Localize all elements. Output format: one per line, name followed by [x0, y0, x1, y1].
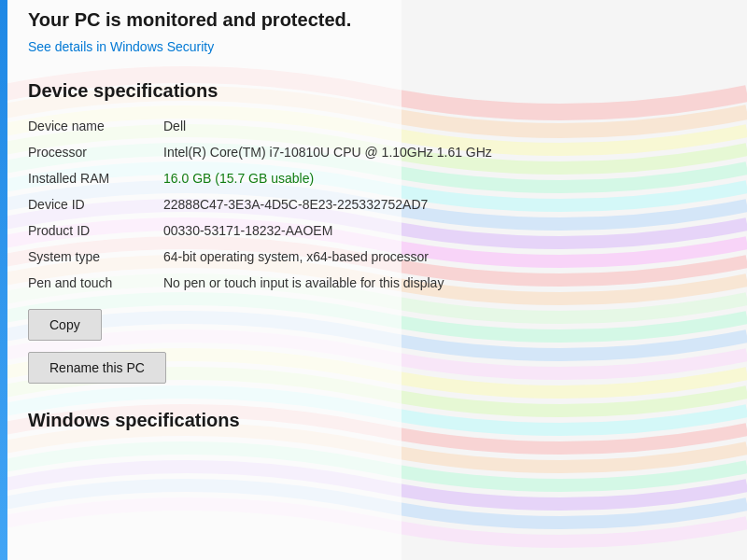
spec-row: System type64-bit operating system, x64-…: [28, 249, 700, 270]
spec-row: Device ID22888C47-3E3A-4D5C-8E23-2253327…: [28, 197, 700, 217]
spec-value: Intel(R) Core(TM) i7-10810U CPU @ 1.10GH…: [163, 145, 700, 160]
spec-row: Device nameDell: [28, 119, 700, 139]
spec-label: System type: [28, 249, 163, 264]
spec-row: Installed RAM16.0 GB (15.7 GB usable): [28, 171, 700, 191]
spec-value: No pen or touch input is available for t…: [163, 275, 700, 290]
spec-row: ProcessorIntel(R) Core(TM) i7-10810U CPU…: [28, 145, 700, 165]
spec-label: Pen and touch: [28, 275, 163, 290]
see-details-link[interactable]: See details in Windows Security: [28, 39, 214, 54]
spec-value: 22888C47-3E3A-4D5C-8E23-225332752AD7: [163, 197, 700, 212]
security-status-text: Your PC is monitored and protected.: [28, 9, 747, 31]
copy-button[interactable]: Copy: [28, 309, 102, 341]
spec-row: Product ID00330-53171-18232-AAOEM: [28, 223, 700, 244]
spec-value: 16.0 GB (15.7 GB usable): [163, 171, 700, 186]
spec-value: 64-bit operating system, x64-based proce…: [163, 249, 700, 264]
spec-label: Processor: [28, 145, 163, 160]
spec-label: Device name: [28, 119, 163, 133]
spec-row: Pen and touchNo pen or touch input is av…: [28, 275, 700, 296]
device-specs-title: Device specifications: [28, 80, 747, 102]
windows-specs-title: Windows specifications: [28, 410, 747, 431]
spec-label: Installed RAM: [28, 171, 163, 186]
spec-label: Product ID: [28, 223, 163, 238]
spec-value: Dell: [163, 119, 700, 133]
device-specs-table: Device nameDellProcessorIntel(R) Core(TM…: [28, 119, 700, 296]
rename-pc-button[interactable]: Rename this PC: [28, 352, 166, 384]
spec-value: 00330-53171-18232-AAOEM: [163, 223, 700, 238]
sidebar-accent-bar: [0, 0, 7, 560]
spec-label: Device ID: [28, 197, 163, 212]
button-section: Copy Rename this PC: [28, 309, 747, 395]
